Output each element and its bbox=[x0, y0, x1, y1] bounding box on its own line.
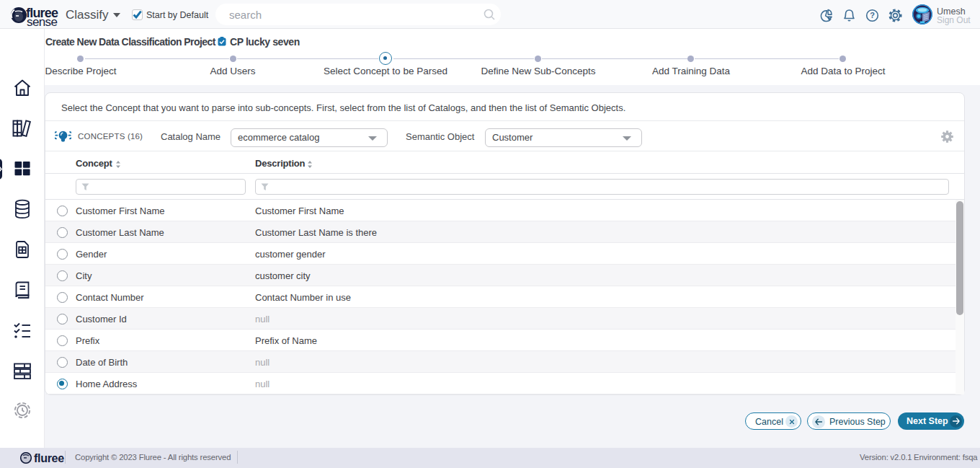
svg-text:?: ? bbox=[870, 11, 875, 19]
